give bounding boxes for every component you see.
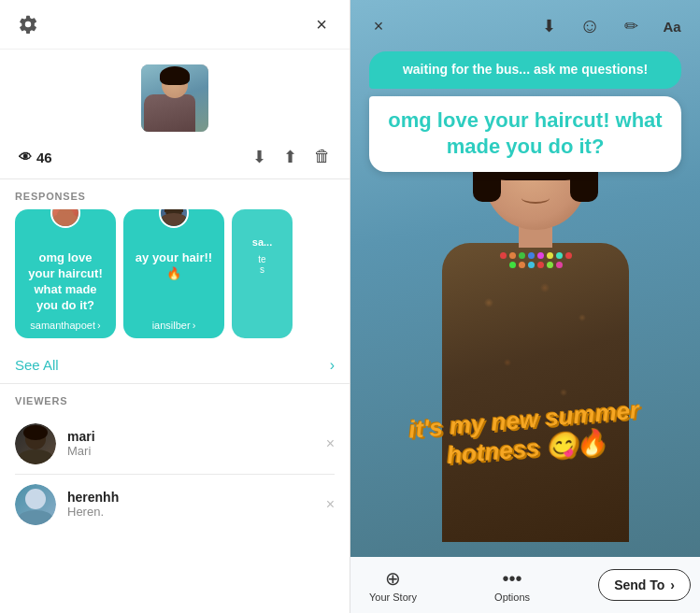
- send-to-label: Send To: [614, 577, 664, 592]
- left-header: ×: [0, 0, 350, 50]
- story-header: × ⬇ ☺ ✏ Aa: [350, 0, 700, 52]
- viewer-close-2[interactable]: ×: [326, 496, 335, 513]
- story-thumbnail: [141, 64, 208, 132]
- your-story-label: Your Story: [369, 592, 417, 603]
- story-thumb-image: [141, 64, 208, 132]
- necklace-bead: [556, 262, 563, 268]
- qa-response-text: omg love your haircut! what made you do …: [384, 107, 666, 161]
- response-card-1[interactable]: omg love your haircut! what made you do …: [15, 209, 116, 338]
- response-card-3[interactable]: sa... te s: [232, 209, 293, 338]
- download-icon[interactable]: ⬇: [252, 147, 266, 167]
- necklace-bead: [509, 252, 516, 259]
- see-all-text: See All: [15, 357, 59, 373]
- add-circle-icon: ⊕: [385, 567, 401, 590]
- response-username-2: iansilber ›: [135, 320, 213, 331]
- responses-label: RESPONSES: [0, 179, 350, 209]
- necklace-bead: [565, 252, 572, 259]
- response-card-2[interactable]: ay your hair!! 🔥 iansilber ›: [123, 209, 224, 338]
- left-panel: × 👁 46 ⬇ ⬆ 🗑 RESPONSES: [0, 0, 350, 613]
- person-smile: [521, 192, 550, 204]
- person-jacket: [442, 243, 629, 542]
- view-count: 👁 46: [19, 150, 52, 165]
- viewers-label: VIEWERS: [0, 384, 350, 414]
- necklace-bead: [519, 262, 525, 268]
- necklace-bead: [537, 252, 544, 259]
- send-to-button[interactable]: Send To ›: [598, 569, 691, 601]
- necklace-bead: [528, 252, 535, 259]
- stats-icons: ⬇ ⬆ 🗑: [252, 147, 331, 167]
- responses-row: omg love your haircut! what made you do …: [0, 209, 350, 348]
- viewer-info-1: mari Mari: [67, 429, 326, 458]
- share-icon[interactable]: ⬆: [283, 147, 297, 167]
- right-panel: × ⬇ ☺ ✏ Aa waiting for the bus... ask me…: [350, 0, 700, 613]
- person-render: [433, 127, 638, 557]
- see-all-chevron: ›: [330, 357, 335, 374]
- download-story-button[interactable]: ⬇: [536, 13, 562, 39]
- response-avatar-2: [159, 209, 189, 228]
- response-text-1: omg love your haircut! what made you do …: [26, 250, 105, 314]
- eye-icon: 👁: [19, 150, 32, 164]
- viewer-name-1: mari: [67, 429, 326, 444]
- response-text-2: ay your hair!! 🔥: [135, 250, 213, 282]
- draw-button[interactable]: ✏: [618, 13, 644, 39]
- response-avatar-1: [50, 209, 80, 228]
- stats-row: 👁 46 ⬇ ⬆ 🗑: [0, 141, 350, 179]
- necklace-bead: [547, 252, 553, 259]
- story-thumbnail-area: [0, 50, 350, 141]
- necklace-bead: [509, 262, 516, 268]
- story-footer: ⊕ Your Story ••• Options Send To ›: [350, 557, 700, 613]
- jacket-pattern: [442, 243, 629, 542]
- sticker-button[interactable]: ☺: [577, 13, 603, 39]
- send-to-chevron: ›: [670, 577, 675, 592]
- response-text-3: sa...: [243, 235, 281, 249]
- response-username-3: te: [243, 254, 281, 264]
- close-button[interactable]: ×: [308, 11, 335, 37]
- header-icons-right: ⬇ ☺ ✏ Aa: [536, 13, 685, 39]
- viewer-avatar-2: [15, 484, 56, 525]
- settings-button[interactable]: [15, 11, 41, 37]
- viewers-list: mari Mari × herenhh Heren. ×: [0, 414, 350, 613]
- necklace-bead: [547, 262, 553, 268]
- view-count-number: 46: [36, 150, 52, 165]
- your-story-button[interactable]: ⊕ Your Story: [360, 563, 426, 606]
- viewer-avatar-1: [15, 423, 56, 464]
- text-button[interactable]: Aa: [659, 13, 685, 39]
- viewer-handle-2: Heren.: [67, 505, 326, 519]
- necklace-bead: [537, 262, 544, 268]
- delete-icon[interactable]: 🗑: [314, 147, 331, 167]
- qa-response-bubble: omg love your haircut! what made you do …: [369, 96, 681, 172]
- necklace-bead: [556, 252, 563, 259]
- qa-prompt-bubble: waiting for the bus... ask me questions!: [369, 51, 681, 89]
- viewer-close-1[interactable]: ×: [326, 435, 335, 452]
- back-button[interactable]: ×: [365, 13, 392, 39]
- necklace-bead: [519, 252, 525, 259]
- viewer-item-1: mari Mari ×: [0, 414, 350, 474]
- see-all-row[interactable]: See All ›: [0, 348, 350, 384]
- viewer-item-2: herenhh Heren. ×: [0, 475, 350, 535]
- gear-icon: [18, 14, 38, 35]
- viewer-info-2: herenhh Heren.: [67, 490, 326, 519]
- viewer-name-2: herenhh: [67, 490, 326, 505]
- person-necklace: [498, 252, 573, 268]
- qa-prompt-text: waiting for the bus... ask me questions!: [384, 61, 666, 79]
- response-username-1: samanthapoet ›: [26, 320, 105, 331]
- ellipsis-icon: •••: [503, 568, 522, 590]
- options-button[interactable]: ••• Options: [485, 564, 539, 606]
- response-text-partial: s: [243, 264, 281, 275]
- necklace-bead: [500, 252, 507, 259]
- qa-bubble-container: waiting for the bus... ask me questions!…: [369, 51, 681, 172]
- necklace-bead: [528, 262, 535, 268]
- options-label: Options: [494, 592, 530, 603]
- viewer-handle-1: Mari: [67, 444, 326, 458]
